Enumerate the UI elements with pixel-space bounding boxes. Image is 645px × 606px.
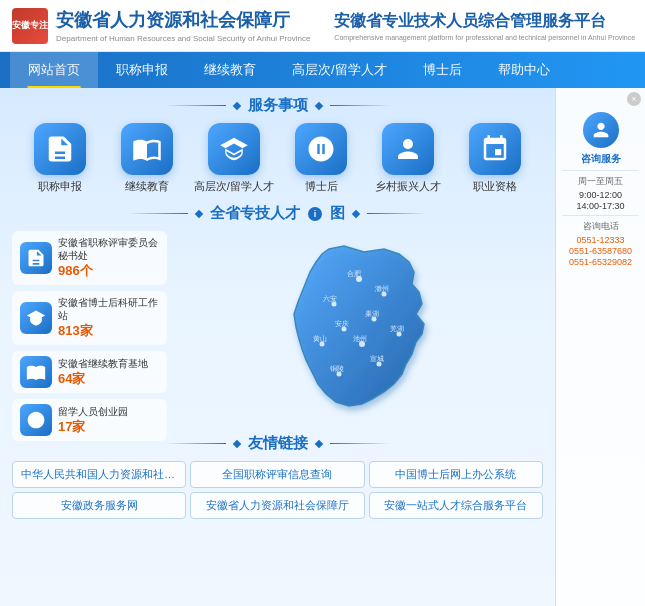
talent-line-right	[367, 213, 427, 214]
stat-card-3[interactable]: 留学人员创业园 17家	[12, 399, 167, 441]
svg-point-7	[320, 341, 325, 346]
service-item-title-report[interactable]: 职称申报	[25, 123, 95, 194]
service-item-overseas[interactable]: 高层次/留学人才	[199, 123, 269, 194]
talent-stats: 安徽省职称评审委员会秘书处 986个 安徽省博士后科研工作站 813家	[12, 231, 167, 426]
logo-badge: 安徽 专注	[12, 8, 48, 44]
sidebar-hours-am: 9:00-12:00	[562, 190, 639, 200]
sidebar-avatar	[583, 112, 619, 148]
title-diamond-right	[314, 101, 322, 109]
service-label-4: 乡村振兴人才	[375, 179, 441, 194]
sidebar-divider-1	[562, 170, 639, 171]
nav-item-title[interactable]: 职称申报	[98, 52, 186, 88]
links-line-left	[166, 443, 226, 444]
nav-bar: 网站首页 职称申报 继续教育 高层次/留学人才 博士后 帮助中心	[0, 52, 645, 88]
stat-icon-0	[20, 242, 52, 274]
nav-item-postdoc[interactable]: 博士后	[405, 52, 480, 88]
svg-point-4	[342, 326, 347, 331]
links-diamond-left	[232, 439, 240, 447]
sidebar-divider-2	[562, 215, 639, 216]
service-icon-book	[121, 123, 173, 175]
logo-area: 安徽 专注 安徽省人力资源和社会保障厅 Department of Human …	[12, 8, 310, 44]
svg-text:合肥: 合肥	[347, 270, 361, 277]
sidebar-close-button[interactable]: ×	[627, 92, 641, 106]
links-diamond-right	[314, 439, 322, 447]
stat-card-2[interactable]: 安徽省继续教育基地 64家	[12, 351, 167, 393]
svg-text:黄山: 黄山	[313, 335, 327, 343]
svg-point-8	[377, 361, 382, 366]
stat-info-3: 留学人员创业园 17家	[58, 405, 159, 436]
services-title-row: 服务事项	[12, 96, 543, 115]
stat-card-0[interactable]: 安徽省职称评审委员会秘书处 986个	[12, 231, 167, 285]
title-line-left	[166, 105, 226, 106]
service-label-0: 职称申报	[38, 179, 82, 194]
sidebar-phone-3: 0551-65329082	[562, 257, 639, 267]
nav-item-talent[interactable]: 高层次/留学人才	[274, 52, 405, 88]
talent-title: 全省专技人才	[210, 204, 300, 223]
stat-count-2: 64家	[58, 370, 159, 388]
nav-item-education[interactable]: 继续教育	[186, 52, 274, 88]
service-label-2: 高层次/留学人才	[194, 179, 274, 194]
anhui-map: 合肥 滁州 六安 巢湖 安庆 池州 芜湖 黄山 宣城 铜陵	[175, 231, 543, 426]
link-item-4[interactable]: 安徽省人力资源和社会保障厅	[190, 492, 364, 519]
service-icon-graduation	[295, 123, 347, 175]
nav-item-home[interactable]: 网站首页	[10, 52, 98, 88]
links-section: 友情链接 中华人民共和国人力资源和社会保障部 全国职称评审信息查询 中国博士后网…	[12, 434, 543, 519]
stat-count-1: 813家	[58, 322, 159, 340]
service-icon-person-rural	[382, 123, 434, 175]
stat-info-2: 安徽省继续教育基地 64家	[58, 357, 159, 388]
stat-card-1[interactable]: 安徽省博士后科研工作站 813家	[12, 291, 167, 345]
talent-suffix: 图	[330, 204, 345, 223]
title-line-right	[330, 105, 390, 106]
platform-title-en: Comprehensive management platform for pr…	[334, 34, 635, 41]
sidebar: × 咨询服务 周一至周五 9:00-12:00 14:00-17:30 咨询电话…	[555, 88, 645, 606]
service-icon-certificate	[469, 123, 521, 175]
link-item-3[interactable]: 安徽政务服务网	[12, 492, 186, 519]
service-item-postdoc[interactable]: 博士后	[286, 123, 356, 194]
svg-text:六安: 六安	[323, 295, 337, 302]
svg-text:池州: 池州	[353, 335, 367, 342]
talent-section: 安徽省职称评审委员会秘书处 986个 安徽省博士后科研工作站 813家	[12, 231, 543, 426]
sidebar-hours-label: 周一至周五	[562, 175, 639, 188]
service-icon-badge	[34, 123, 86, 175]
links-line-right	[330, 443, 390, 444]
sidebar-phone-label: 咨询电话	[562, 220, 639, 233]
svg-point-9	[337, 371, 342, 376]
stat-icon-1	[20, 302, 52, 334]
stat-info-0: 安徽省职称评审委员会秘书处 986个	[58, 236, 159, 280]
links-grid: 中华人民共和国人力资源和社会保障部 全国职称评审信息查询 中国博士后网上办公系统…	[12, 461, 543, 519]
link-item-5[interactable]: 安徽一站式人才综合服务平台	[369, 492, 543, 519]
service-item-rural[interactable]: 乡村振兴人才	[373, 123, 443, 194]
service-item-qualification[interactable]: 职业资格	[460, 123, 530, 194]
svg-text:安庆: 安庆	[335, 320, 349, 327]
link-item-1[interactable]: 全国职称评审信息查询	[190, 461, 364, 488]
header-title-cn: 安徽省人力资源和社会保障厅	[56, 8, 310, 32]
header: 安徽 专注 安徽省人力资源和社会保障厅 Department of Human …	[0, 0, 645, 52]
svg-point-1	[382, 291, 387, 296]
svg-point-2	[332, 301, 337, 306]
content-area: 服务事项 职称申报 继续教育	[0, 88, 555, 606]
service-label-1: 继续教育	[125, 179, 169, 194]
talent-diamond-left	[195, 209, 203, 217]
talent-diamond-right	[352, 209, 360, 217]
stat-name-0: 安徽省职称评审委员会秘书处	[58, 236, 159, 262]
platform-title-cn: 安徽省专业技术人员综合管理服务平台	[334, 11, 635, 32]
stat-count-0: 986个	[58, 262, 159, 280]
link-item-0[interactable]: 中华人民共和国人力资源和社会保障部	[12, 461, 186, 488]
sidebar-phone-1: 0551-12333	[562, 235, 639, 245]
service-label-3: 博士后	[305, 179, 338, 194]
stat-icon-3	[20, 404, 52, 436]
sidebar-title: 咨询服务	[562, 152, 639, 166]
sidebar-hours-pm: 14:00-17:30	[562, 201, 639, 211]
svg-point-3	[372, 316, 377, 321]
nav-item-help[interactable]: 帮助中心	[480, 52, 568, 88]
service-icon-person-graduate	[208, 123, 260, 175]
svg-text:铜陵: 铜陵	[329, 365, 344, 372]
links-title: 友情链接	[248, 434, 308, 453]
talent-line-left	[128, 213, 188, 214]
sidebar-phone-2: 0551-63587680	[562, 246, 639, 256]
service-item-education[interactable]: 继续教育	[112, 123, 182, 194]
link-item-2[interactable]: 中国博士后网上办公系统	[369, 461, 543, 488]
stat-count-3: 17家	[58, 418, 159, 436]
title-diamond-left	[232, 101, 240, 109]
stat-icon-2	[20, 356, 52, 388]
